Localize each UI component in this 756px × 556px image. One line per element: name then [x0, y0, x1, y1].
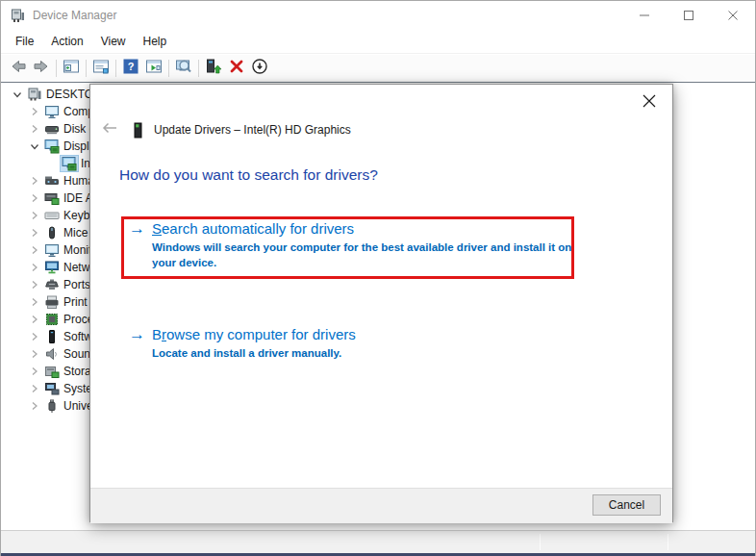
- maximize-icon: [684, 7, 693, 24]
- monitor-icon: [43, 242, 61, 258]
- chevron-collapsed-icon[interactable]: [26, 364, 43, 379]
- console-tree-icon: [63, 58, 80, 79]
- cpu-icon: [43, 312, 61, 327]
- toolbar-update-driver-button[interactable]: [202, 57, 225, 80]
- driver-option-search-automatically-for-drivers[interactable]: →Search automatically for driversWindows…: [129, 219, 580, 270]
- option-description: Locate and install a driver manually.: [152, 346, 580, 362]
- toolbar-separator: [115, 60, 116, 77]
- status-divider: [540, 534, 541, 550]
- toolbar-properties-button[interactable]: [89, 57, 113, 80]
- chevron-collapsed-icon[interactable]: [26, 346, 43, 362]
- chevron-collapsed-icon[interactable]: [26, 277, 43, 292]
- option-title: Browse my computer for drivers: [152, 325, 580, 344]
- update-drivers-dialog: Update Drivers – Intel(R) HD Graphics Ho…: [89, 84, 673, 522]
- minimize-button[interactable]: [622, 1, 667, 30]
- minimize-icon: [640, 7, 649, 24]
- dialog-footer: Cancel: [90, 488, 672, 523]
- status-bar: [1, 530, 755, 553]
- software-icon: [43, 329, 61, 344]
- speaker-icon: [43, 346, 61, 362]
- toolbar-console-tree-button[interactable]: [60, 57, 83, 80]
- back-arrow-icon: [101, 120, 118, 139]
- dialog-back-button[interactable]: [98, 119, 121, 140]
- toolbar-scan-hardware-button[interactable]: [172, 57, 195, 80]
- dialog-title: Update Drivers – Intel(R) HD Graphics: [154, 123, 351, 137]
- display-icon: [43, 139, 61, 154]
- status-divider: [668, 534, 668, 550]
- toolbar-separator: [198, 60, 199, 77]
- chevron-collapsed-icon[interactable]: [26, 121, 43, 137]
- back-icon: [10, 58, 27, 79]
- driver-option-browse-my-computer-for-drivers[interactable]: →Browse my computer for driversLocate an…: [129, 325, 580, 362]
- monitor-icon: [43, 104, 61, 119]
- system-icon: [43, 381, 61, 396]
- device-manager-icon: [10, 8, 25, 23]
- dialog-close-button[interactable]: [640, 93, 659, 113]
- chevron-collapsed-icon[interactable]: [26, 242, 43, 258]
- close-button[interactable]: [711, 1, 755, 30]
- toolbar: ?: [1, 55, 755, 82]
- chevron-collapsed-icon[interactable]: [26, 329, 43, 344]
- usb-icon: [43, 398, 61, 414]
- disable-device-icon: [251, 58, 268, 79]
- driver-device-icon: [131, 122, 144, 139]
- display-icon: [61, 156, 78, 171]
- chevron-spacer: [43, 156, 61, 171]
- toolbar-disable-device-button[interactable]: [248, 57, 271, 80]
- toolbar-back-button[interactable]: [7, 57, 30, 80]
- toolbar-separator: [168, 60, 169, 77]
- chevron-collapsed-icon[interactable]: [26, 381, 43, 396]
- toolbar-uninstall-button[interactable]: [225, 57, 248, 80]
- tree-item-desktop[interactable]: DESKTOP: [9, 86, 101, 103]
- chevron-collapsed-icon[interactable]: [26, 208, 43, 223]
- cancel-button[interactable]: Cancel: [592, 494, 661, 516]
- chevron-collapsed-icon[interactable]: [26, 312, 43, 327]
- scan-hardware-icon: [175, 58, 192, 79]
- storage-icon: [43, 364, 61, 379]
- properties-icon: [92, 58, 110, 79]
- menu-bar: FileActionViewHelp: [1, 30, 755, 54]
- port-icon: [43, 277, 61, 292]
- option-title: Search automatically for drivers: [152, 219, 580, 239]
- forward-icon: [33, 58, 50, 79]
- chevron-expanded-icon[interactable]: [26, 139, 43, 154]
- help-icon: ?: [122, 58, 139, 79]
- network-icon: [43, 260, 61, 275]
- close-icon: [643, 94, 656, 112]
- dialog-header: Update Drivers – Intel(R) HD Graphics: [98, 119, 351, 140]
- option-description: Windows will search your computer for th…: [152, 240, 580, 270]
- chevron-collapsed-icon[interactable]: [26, 173, 43, 189]
- menu-item-file[interactable]: File: [7, 31, 42, 52]
- toolbar-separator: [86, 60, 87, 77]
- chevron-collapsed-icon[interactable]: [26, 190, 43, 206]
- window-title: Device Manager: [33, 9, 116, 22]
- option-arrow-icon: →: [129, 325, 152, 362]
- menu-item-action[interactable]: Action: [42, 31, 91, 52]
- toolbar-forward-button[interactable]: [30, 57, 53, 80]
- chevron-collapsed-icon[interactable]: [26, 398, 43, 414]
- hid-icon: [43, 173, 61, 189]
- computer-icon: [26, 87, 43, 102]
- chevron-expanded-icon[interactable]: [9, 87, 26, 102]
- maximize-button[interactable]: [667, 1, 711, 30]
- option-arrow-icon: →: [129, 219, 152, 270]
- toolbar-separator: [56, 60, 57, 77]
- printer-icon: [43, 294, 61, 310]
- ide-icon: [43, 190, 61, 206]
- toolbar-action-pane-button[interactable]: [142, 57, 165, 80]
- action-pane-icon: [145, 58, 163, 79]
- disk-icon: [43, 121, 61, 137]
- svg-text:?: ?: [128, 61, 135, 72]
- chevron-collapsed-icon[interactable]: [26, 294, 43, 310]
- menu-item-help[interactable]: Help: [135, 31, 176, 52]
- close-icon: [728, 7, 738, 24]
- device-manager-window: Device Manager FileActionViewHelp ? DESK…: [0, 0, 756, 556]
- chevron-collapsed-icon[interactable]: [26, 260, 43, 275]
- title-bar: Device Manager: [1, 1, 755, 30]
- chevron-collapsed-icon[interactable]: [26, 104, 43, 119]
- chevron-collapsed-icon[interactable]: [26, 225, 43, 240]
- menu-item-view[interactable]: View: [92, 31, 135, 52]
- toolbar-help-button[interactable]: ?: [119, 57, 142, 80]
- dialog-heading: How do you want to search for drivers?: [119, 166, 378, 184]
- uninstall-icon: [228, 58, 245, 79]
